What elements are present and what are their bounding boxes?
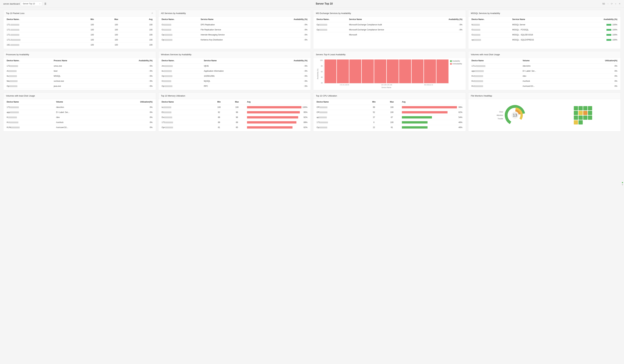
table-row[interactable]: OMSSQL - FOSSQL100%	[471, 27, 618, 32]
table-row[interactable]: Aibiod0%	[6, 69, 153, 74]
table-row[interactable]: OpKerberos Key Distribution0%	[161, 37, 308, 42]
col-device[interactable]: Device Name▴	[161, 58, 203, 64]
col-service[interactable]: Service Name	[200, 17, 268, 22]
table-row[interactable]: Masvchost.exe0%	[6, 79, 153, 84]
col-avail[interactable]: Availability (%)	[104, 58, 153, 64]
table-row[interactable]: KU/run/user/10...0%	[471, 84, 618, 89]
pause-icon[interactable]	[45, 2, 46, 5]
col-volume[interactable]: Volume	[55, 99, 106, 105]
col-max[interactable]: Max	[228, 99, 246, 105]
col-device[interactable]: Device Name	[161, 99, 210, 105]
dashboard-dropdown[interactable]: Server Top 10 ▾	[21, 2, 42, 6]
table-row[interactable]: 172898989%	[161, 120, 308, 125]
table-row[interactable]: Opjava.exe0%	[6, 84, 153, 89]
heatmap-cell[interactable]	[588, 116, 592, 120]
table-row[interactable]: appD:\ Label: Ser...0%	[471, 69, 618, 74]
table-row[interactable]: ODFS Replication0%	[161, 22, 308, 27]
table-row[interactable]: ItsMSSQL0%	[6, 74, 153, 79]
col-util[interactable]: Utilization(%)	[572, 58, 618, 64]
table-row[interactable]: OpMicrosoft Exchange Compliance Service0…	[316, 27, 463, 32]
table-row[interactable]: Op229146%	[316, 125, 463, 130]
heatmap-cell[interactable]	[583, 106, 587, 110]
table-row[interactable]: 172.2100100100	[6, 37, 153, 42]
table-row[interactable]: KU/run/lock0%	[6, 120, 153, 125]
col-volume[interactable]: Volume	[522, 58, 572, 64]
table-row[interactable]: ap376754%	[316, 115, 463, 120]
heatmap-cell[interactable]	[583, 116, 587, 120]
table-row[interactable]: 172.100100100	[6, 22, 153, 27]
table-row[interactable]: Do899692%	[161, 115, 308, 120]
col-device[interactable]: Device Name▴	[6, 58, 53, 64]
col-device[interactable]: Device Name▴	[161, 17, 200, 22]
table-row[interactable]: 172.100100100	[6, 27, 153, 32]
heatmap-cell[interactable]	[574, 111, 578, 115]
table-row[interactable]: 172.2/dev/shm0%	[471, 64, 618, 69]
col-device[interactable]: Device Name▴	[6, 17, 81, 22]
col-avail[interactable]: Availability (%)	[268, 17, 308, 22]
table-row[interactable]: K/dev0%	[6, 115, 153, 120]
col-device[interactable]: Device Name	[6, 99, 55, 105]
heatmap-cell[interactable]	[578, 111, 583, 115]
col-process[interactable]: Process Name	[53, 58, 104, 64]
col-device[interactable]: Device Name▴	[471, 17, 512, 22]
table-row[interactable]: 192.100100100	[6, 42, 153, 48]
table-row[interactable]: Oniava exe -without0%	[6, 89, 153, 90]
heatmap-cell[interactable]	[578, 116, 583, 120]
table-row[interactable]: KUN/run/user/10...0%	[6, 125, 153, 130]
col-avail[interactable]: Availability (%)	[264, 58, 308, 64]
table-row[interactable]: ts100100100%	[161, 105, 308, 110]
col-service[interactable]: Service Name	[512, 17, 576, 22]
heatmap-cell[interactable]	[588, 106, 592, 110]
col-avg[interactable]: Avg	[246, 99, 308, 105]
table-row[interactable]: Opr818582%	[161, 125, 308, 130]
heatmap-cell[interactable]	[583, 111, 587, 115]
col-min[interactable]: Min	[365, 99, 383, 105]
table-row[interactable]: Op10259129910%	[161, 74, 308, 79]
col-util[interactable]: Utilization(%)	[106, 99, 153, 105]
col-min[interactable]: Min	[210, 99, 228, 105]
table-row[interactable]: 172smss.exe0%	[6, 64, 153, 69]
table-row[interactable]: Microsoft	[316, 32, 463, 37]
table-row[interactable]: OpMicrosoft Exchange Compliance Audit0%	[316, 22, 463, 27]
table-row[interactable]: OpRPC0%	[161, 84, 308, 89]
col-avg[interactable]: Avg	[401, 99, 463, 105]
heatmap-cell[interactable]	[574, 106, 578, 110]
col-min[interactable]: Min	[81, 17, 104, 22]
refresh-icon[interactable]: ⟳	[611, 2, 613, 5]
table-row[interactable]: ItMSSQL Server100%	[471, 22, 618, 27]
table-row[interactable]: OpIntersite Messaging Service0%	[161, 32, 308, 37]
heatmap-cell[interactable]	[588, 111, 592, 115]
col-avg[interactable]: Avg	[129, 17, 153, 22]
col-avail[interactable]: Availability (%)	[429, 17, 463, 22]
table-row[interactable]: El929895%	[161, 110, 308, 115]
table-row[interactable]: OFile Replication Service0%	[161, 27, 308, 32]
table-row[interactable]: 172010046%	[316, 120, 463, 125]
heatmap-cell[interactable]	[578, 120, 583, 125]
table-row[interactable]: OMSSQL - SQLDEV2016100%	[471, 32, 618, 37]
table-row[interactable]: KU/run/lock0%	[471, 79, 618, 84]
col-device[interactable]: Device Name	[316, 99, 365, 105]
table-row[interactable]: KU/dev0%	[471, 74, 618, 79]
minus-icon[interactable]: −	[607, 2, 609, 5]
table-row[interactable]: Am!@#$0%	[161, 64, 308, 69]
table-row[interactable]: OP9910099%	[316, 105, 463, 110]
heatmap-cell[interactable]	[574, 116, 578, 120]
table-row[interactable]: OP5210082%	[316, 110, 463, 115]
table-row[interactable]: OMySQL0%	[161, 79, 308, 84]
plus-icon[interactable]: +	[615, 2, 616, 5]
table-row[interactable]: 172/dev/shm0%	[6, 105, 153, 110]
refresh-icon[interactable]: ⟳	[152, 12, 153, 14]
table-row[interactable]: opMSSQL - SQLEXPRESS100%	[471, 37, 618, 42]
col-device[interactable]: Device Name▴	[316, 17, 348, 22]
table-row[interactable]: appD:\ Label: Ser...0%	[6, 110, 153, 115]
col-service[interactable]: Service Name	[203, 58, 264, 64]
col-avail[interactable]: Availability (%)	[576, 17, 618, 22]
col-service[interactable]: Service Name	[348, 17, 429, 22]
table-row[interactable]: 172.100100100	[6, 32, 153, 37]
table-row[interactable]: itsApplication Information0%	[161, 69, 308, 74]
col-max[interactable]: Max	[104, 17, 129, 22]
heatmap-cell[interactable]	[574, 120, 578, 125]
col-max[interactable]: Max	[383, 99, 401, 105]
theme-icon[interactable]: ☀	[619, 2, 621, 5]
col-device[interactable]: Device Name	[471, 58, 522, 64]
